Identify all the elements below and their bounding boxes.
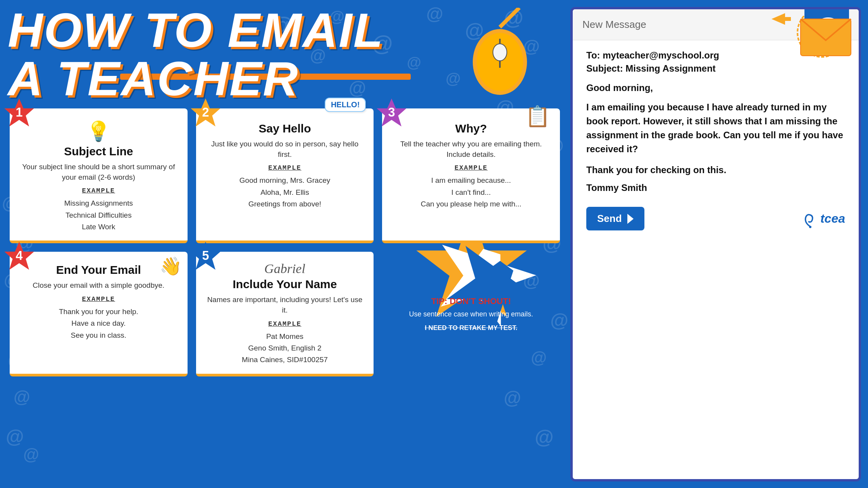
tcea-text: tcea [820, 211, 845, 226]
star-badge-1: 1 [3, 97, 36, 130]
email-greeting: Good morning, [586, 82, 845, 93]
tip-content: TIP: DON'T SHOUT! Use sentence case when… [401, 289, 541, 339]
email-signoff: Thank you for checking on this. [586, 165, 845, 175]
card-5-title: Include Your Name [206, 278, 364, 291]
card-4-example-label: EXAMPLE [19, 296, 178, 303]
envelope-shape [799, 17, 853, 62]
card-2-title: Say Hello [206, 122, 364, 135]
email-header-bar: New Message @ [573, 9, 859, 40]
send-arrow-icon [627, 214, 634, 224]
star-badge-4: 4 [3, 240, 36, 273]
notebook-icon: 📋 [525, 105, 550, 128]
main-title: HOW TO EMAIL A TEACHER [8, 6, 384, 103]
card-3-example-label: EXAMPLE [392, 164, 550, 172]
card-2-example-label: EXAMPLE [206, 164, 364, 172]
card-1-example-label: EXAMPLE [19, 187, 178, 194]
svg-text:1: 1 [16, 105, 23, 119]
card-1: 1 💡 Subject Line Your subject line shoul… [10, 108, 188, 243]
card-5-example-label: EXAMPLE [206, 320, 364, 328]
card-1-title: Subject Line [19, 145, 178, 158]
svg-text:5: 5 [202, 249, 209, 263]
card-5: 5 Gabriel Include Your Name Names are im… [196, 252, 374, 376]
star-badge-2: 2 [189, 97, 222, 130]
title-line1: HOW TO EMAIL [8, 6, 384, 54]
card-2: 2 HELLO! Say Hello Just like you would d… [196, 108, 374, 243]
email-name: Tommy Smith [586, 182, 845, 193]
card-5-examples: Pat MomesGeno Smith, English 2Mina Caine… [206, 331, 364, 366]
hello-bubble: HELLO! [325, 98, 366, 112]
card-1-icon: 💡 [19, 120, 178, 143]
card-4-examples: Thank you for your help.Have a nice day.… [19, 306, 178, 341]
send-label: Send [597, 213, 622, 225]
hand-wave-icon: 👋 [160, 256, 182, 277]
svg-text:4: 4 [16, 249, 23, 263]
yellow-arrow-icon [772, 13, 791, 27]
tip-subtitle: Use sentence case when writing emails. [409, 309, 533, 319]
tcea-swirl-icon [803, 209, 818, 229]
card-4-title: End Your Email [19, 263, 178, 277]
tip-card: TIP: DON'T SHOUT! Use sentence case when… [382, 252, 560, 376]
card-2-examples: Good morning, Mrs. GraceyAloha, Mr. Elli… [206, 175, 364, 210]
card-3-examples: I am emailing because...I can't find...C… [392, 175, 550, 210]
email-panel: New Message @ To: myt [570, 7, 861, 481]
script-name: Gabriel [206, 261, 364, 276]
svg-point-20 [809, 226, 811, 228]
tcea-logo: tcea [803, 209, 845, 229]
tip-title: TIP: DON'T SHOUT! [409, 296, 533, 306]
card-1-description: Your subject line should be a short summ… [19, 162, 178, 182]
title-line2: A TEACHER [8, 54, 384, 103]
email-subject: Subject: Missing Assignment [586, 63, 845, 74]
card-3-description: Tell the teacher why you are emailing th… [392, 139, 550, 160]
card-4-description: Close your email with a simple goodbye. [19, 280, 178, 291]
new-message-label: New Message [582, 19, 646, 31]
card-4: 4 👋 End Your Email Close your email with… [10, 252, 188, 376]
card-1-examples: Missing AssignmentsTechnical Difficultie… [19, 198, 178, 233]
card-5-description: Names are important, including yours! Le… [206, 295, 364, 315]
send-button[interactable]: Send [586, 207, 644, 230]
email-body: To: myteacher@myschool.org Subject: Miss… [573, 40, 859, 240]
card-2-description: Just like you would do so in person, say… [206, 139, 364, 160]
email-icon-container: @ [766, 7, 851, 62]
mouse-illustration [461, 8, 539, 97]
cards-grid: 1 💡 Subject Line Your subject line shoul… [6, 105, 564, 380]
card-3: 3 📋 Why? Tell the teacher why you are em… [382, 108, 560, 243]
svg-marker-17 [772, 13, 791, 25]
svg-point-3 [493, 44, 507, 61]
email-footer: Send tcea [586, 207, 845, 230]
svg-text:3: 3 [388, 105, 395, 119]
star-badge-3: 3 [375, 97, 408, 130]
email-body-text: I am emailing you because I have already… [586, 100, 845, 156]
tip-strikethrough: I NEED TO RETAKE MY TEST. [409, 324, 533, 332]
star-badge-5: 5 [189, 240, 222, 273]
svg-text:2: 2 [202, 105, 209, 119]
